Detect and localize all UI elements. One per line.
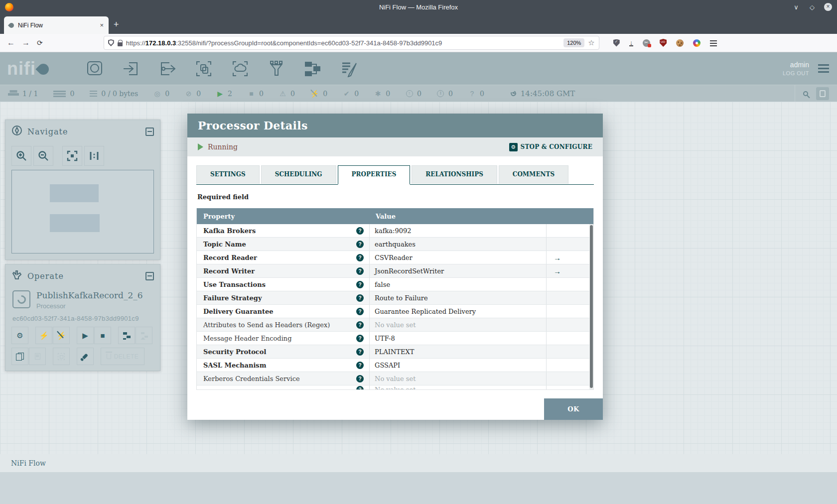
queued-icon (90, 91, 97, 92)
help-icon[interactable]: ? (356, 267, 364, 275)
property-row[interactable]: Record Reader ? CSVReader → (197, 251, 593, 264)
process-group-icon[interactable] (193, 59, 215, 79)
browser-tab[interactable]: NiFi Flow × (4, 16, 109, 34)
collapse-icon[interactable] (145, 127, 154, 136)
scrollbar-thumb[interactable] (590, 225, 593, 388)
extension-icon[interactable] (643, 39, 650, 47)
funnel-icon[interactable] (266, 59, 287, 79)
save-flow-version-button[interactable] (118, 327, 135, 344)
menu-icon[interactable] (710, 40, 717, 41)
tab-close-icon[interactable]: × (100, 21, 104, 29)
help-icon[interactable]: ? (356, 375, 364, 382)
property-row[interactable]: Use Transactions ? false → (197, 278, 593, 291)
label-icon[interactable] (338, 59, 360, 79)
goto-service-icon[interactable]: → (554, 253, 561, 262)
property-row[interactable]: Kerberos Credentials Service ? No value … (197, 372, 593, 385)
template-icon[interactable] (302, 59, 324, 79)
group-button[interactable] (53, 348, 70, 365)
output-port-icon[interactable] (156, 59, 178, 79)
close-icon[interactable]: × (824, 3, 832, 11)
tab-properties[interactable]: PROPERTIES (338, 165, 411, 185)
paste-button[interactable] (29, 348, 46, 365)
help-icon[interactable]: ? (356, 321, 364, 329)
help-icon[interactable]: ? (356, 362, 364, 369)
minimize-icon[interactable]: ∨ (792, 3, 800, 11)
property-row[interactable]: Record Writer ? JsonRecordSetWriter → (197, 264, 593, 278)
zoom-in-button[interactable] (11, 146, 31, 166)
property-row[interactable]: Kafka Brokers ? kafka:9092 → (197, 224, 593, 238)
zoom-actual-button[interactable] (84, 146, 104, 166)
url-text[interactable]: https://172.18.0.3:32558/nifi/?processGr… (126, 39, 560, 47)
reload-button[interactable]: ⟳ (37, 39, 43, 47)
start-button[interactable]: ▶ (77, 327, 94, 344)
lock-warning-icon[interactable] (118, 42, 123, 46)
change-version-button[interactable] (136, 327, 152, 344)
help-icon[interactable]: ? (356, 294, 364, 302)
help-icon[interactable]: ? (356, 281, 364, 288)
help-icon[interactable]: ? (356, 386, 364, 389)
url-bar[interactable]: https://172.18.0.3:32558/nifi/?processGr… (104, 36, 599, 50)
forward-button[interactable]: → (22, 38, 30, 47)
help-icon[interactable]: ? (356, 348, 364, 356)
global-menu-icon[interactable] (818, 64, 829, 66)
property-row[interactable]: Attributes to Send as Headers (Regex) ? … (197, 318, 593, 332)
help-icon[interactable]: ? (356, 308, 364, 315)
table-scrollbar[interactable] (589, 224, 593, 389)
ok-button[interactable]: OK (544, 398, 603, 420)
property-row[interactable]: Failure Strategy ? Route to Failure → (197, 291, 593, 305)
search-icon[interactable] (803, 91, 808, 96)
processor-icon[interactable] (84, 59, 106, 79)
ublock-shield-icon[interactable] (660, 39, 667, 47)
tab-scheduling[interactable]: SCHEDULING (261, 165, 336, 184)
configure-button[interactable]: ⚙ (11, 327, 28, 344)
fill-color-button[interactable] (77, 348, 94, 365)
stop-and-configure-button[interactable]: ⚙ STOP & CONFIGURE (509, 143, 592, 151)
bookmark-star-icon[interactable]: ☆ (588, 38, 594, 47)
property-row[interactable]: Topic Name ? earthquakes → (197, 238, 593, 251)
tracking-protection-icon[interactable] (108, 39, 114, 46)
remote-process-group-icon[interactable] (229, 59, 251, 79)
property-row[interactable]: Delivery Guarantee ? Guarantee Replicate… (197, 305, 593, 318)
input-port-icon[interactable] (120, 59, 142, 79)
zoom-level-badge[interactable]: 120% (563, 38, 584, 47)
tab-settings[interactable]: SETTINGS (196, 165, 260, 184)
zoom-fit-button[interactable] (62, 146, 82, 166)
breadcrumb[interactable]: NiFi Flow (11, 459, 46, 467)
help-icon[interactable]: ? (356, 254, 364, 261)
back-button[interactable]: ← (7, 38, 15, 47)
cookie-icon[interactable] (676, 39, 684, 47)
help-icon[interactable]: ? (356, 335, 364, 342)
tab-relationships[interactable]: RELATIONSHIPS (412, 165, 497, 184)
delete-button[interactable]: DELETE (101, 348, 144, 365)
download-icon[interactable]: ↓ (629, 40, 634, 46)
copy-button[interactable] (11, 348, 28, 365)
collapse-icon[interactable] (145, 272, 154, 280)
maximize-icon[interactable]: ◇ (808, 3, 816, 11)
enable-button[interactable]: ⚡ (35, 327, 52, 344)
refresh-icon[interactable] (510, 90, 517, 97)
compass-icon (11, 125, 22, 138)
pinwheel-extension-icon[interactable] (693, 39, 700, 47)
property-row[interactable]: ? No value set → (197, 385, 593, 389)
processor-icon (12, 290, 30, 308)
new-tab-button[interactable]: + (114, 20, 119, 29)
tab-comments[interactable]: COMMENTS (499, 165, 568, 184)
active-threads-status: 0 (53, 90, 74, 98)
selected-component-name: PublishKafkaRecord_2_6 (36, 290, 143, 300)
settings-panel-button[interactable] (816, 87, 829, 100)
help-icon[interactable]: ? (356, 227, 364, 235)
property-row[interactable]: Message Header Encoding ? UTF-8 → (197, 332, 593, 345)
property-name: Attributes to Send as Headers (Regex) (203, 321, 330, 329)
stop-button[interactable]: ■ (94, 327, 111, 344)
shield-check-icon[interactable] (613, 39, 620, 47)
property-row[interactable]: Security Protocol ? PLAINTEXT → (197, 345, 593, 359)
help-icon[interactable]: ? (356, 241, 364, 248)
logout-link[interactable]: LOG OUT (783, 70, 809, 76)
birdseye-minimap[interactable] (11, 170, 154, 253)
dialog-header: Processor Details (187, 114, 603, 137)
disable-button[interactable]: ⚡ (53, 327, 70, 344)
property-row[interactable]: SASL Mechanism ? GSSAPI → (197, 359, 593, 372)
canvas-footer (0, 472, 837, 504)
zoom-out-button[interactable] (33, 146, 53, 166)
goto-service-icon[interactable]: → (554, 267, 561, 275)
